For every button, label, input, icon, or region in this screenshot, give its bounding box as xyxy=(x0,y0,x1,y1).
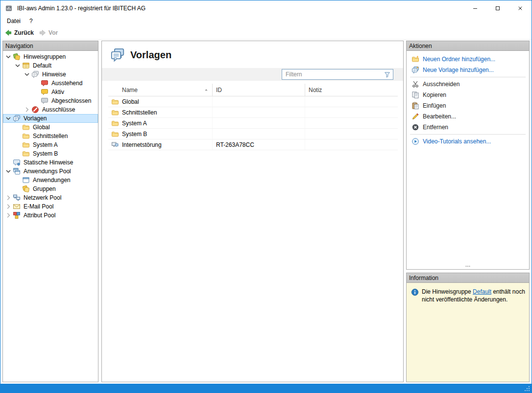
video-icon xyxy=(411,138,419,145)
app-icon xyxy=(5,4,13,12)
chevron-down-icon[interactable] xyxy=(14,62,22,69)
cell-notiz xyxy=(305,139,398,150)
tree-item-hinweise[interactable]: Hinweise xyxy=(3,70,98,79)
tree-item-ausstehend[interactable]: Ausstehend xyxy=(3,79,98,88)
default-group-link[interactable]: Default xyxy=(473,288,491,295)
row-name-label: Schnittstellen xyxy=(122,109,157,116)
back-button[interactable]: Zurück xyxy=(3,28,37,38)
tree-item-label: Abgeschlossen xyxy=(50,97,93,104)
tree-item-anwendungen[interactable]: Anwendungen xyxy=(3,176,98,185)
information-text: Die Hinweisgruppe Default enthält noch n… xyxy=(422,288,525,303)
forward-button[interactable]: Vor xyxy=(37,28,61,38)
menu-datei[interactable]: Datei xyxy=(2,16,25,26)
tree-item-netzwerk-pool[interactable]: Netzwerk Pool xyxy=(3,193,98,202)
paste-icon xyxy=(411,102,419,110)
row-name-label: Internetstörung xyxy=(122,141,162,148)
column-header-notiz[interactable]: Notiz xyxy=(305,84,398,96)
action-label: Einfügen xyxy=(423,102,446,109)
action-label: Kopieren xyxy=(423,92,446,98)
info-icon xyxy=(411,288,419,296)
tree-item-label: Anwendungs Pool xyxy=(22,168,73,175)
action-label: Neue Vorlage hinzufügen... xyxy=(423,67,494,73)
tree-item-statische-hinweise[interactable]: Statische Hinweise xyxy=(3,158,98,167)
panel-splitter[interactable] xyxy=(407,263,529,269)
cut-icon xyxy=(411,80,419,88)
cell-name: System B xyxy=(108,129,213,139)
tree-item-label: Aktiv xyxy=(50,89,66,95)
tree-item-system-b[interactable]: System B xyxy=(3,149,98,158)
window-title: IBI-aws Admin 1.23.0 - registriert für I… xyxy=(17,5,145,12)
tree-item-label: Default xyxy=(31,62,53,69)
page-title: Vorlagen xyxy=(130,49,171,61)
tree-item-aktiv[interactable]: Aktiv xyxy=(3,88,98,96)
chevron-spacer xyxy=(14,185,22,193)
chevron-down-icon[interactable] xyxy=(4,115,12,122)
close-button[interactable] xyxy=(509,0,532,16)
tree-item-system-a[interactable]: System A xyxy=(3,140,98,149)
information-content: Die Hinweisgruppe Default enthält noch n… xyxy=(407,283,529,382)
tree-item-default[interactable]: Default xyxy=(3,61,98,70)
cell-notiz xyxy=(305,129,398,139)
action-bearbeiten[interactable]: Bearbeiten... xyxy=(407,111,529,122)
maximize-button[interactable] xyxy=(486,0,509,16)
main-panel: Vorlagen Name ID Notiz GlobalSchnittstel… xyxy=(101,41,404,382)
chevron-down-icon[interactable] xyxy=(23,70,31,78)
column-header-id[interactable]: ID xyxy=(213,84,305,96)
row-name-label: Global xyxy=(122,98,139,105)
tree-item-gruppen[interactable]: Gruppen xyxy=(3,185,98,193)
tree-item-schnittstellen[interactable]: Schnittstellen xyxy=(3,132,98,140)
chevron-right-icon[interactable] xyxy=(4,203,12,210)
resize-grip[interactable] xyxy=(524,385,531,392)
row-name-label: System B xyxy=(122,131,147,138)
folder-icon xyxy=(111,109,119,116)
main-header: Vorlagen xyxy=(102,41,403,67)
tree-item-attribut-pool[interactable]: Attribut Pool xyxy=(3,211,98,220)
tree-item-abgeschlossen[interactable]: Abgeschlossen xyxy=(3,96,98,105)
column-header-name[interactable]: Name xyxy=(108,84,213,96)
action-ausschneiden[interactable]: Ausschneiden xyxy=(407,79,529,90)
tree-item-vorlagen[interactable]: Vorlagen xyxy=(3,114,98,123)
filter-icon[interactable] xyxy=(384,71,391,78)
netzwerk-pool-icon xyxy=(13,194,21,202)
table-row-system-b[interactable]: System B xyxy=(108,129,398,139)
filter-input[interactable] xyxy=(286,71,382,78)
minimize-button[interactable] xyxy=(464,0,486,16)
action-label: Ausschneiden xyxy=(423,81,459,88)
abgeschlossen-icon xyxy=(41,97,48,105)
action-kopieren[interactable]: Kopieren xyxy=(407,90,529,100)
action-video-tutorials-ansehen[interactable]: Video-Tutorials ansehen... xyxy=(407,136,529,147)
tree-item-anwendungs-pool[interactable]: Anwendungs Pool xyxy=(3,167,98,176)
table-row-schnittstellen[interactable]: Schnittstellen xyxy=(108,107,398,118)
chevron-spacer xyxy=(4,159,12,166)
cell-name: Internetstörung xyxy=(108,139,213,150)
tree-item-e-mail-pool[interactable]: E-Mail Pool xyxy=(3,202,98,211)
table-row-global[interactable]: Global xyxy=(108,96,398,107)
back-arrow-icon xyxy=(4,29,12,37)
actions-panel: Aktionen Neuen Ordner hinzufügen...Neue … xyxy=(406,41,530,270)
chevron-right-icon[interactable] xyxy=(4,211,12,219)
chevron-down-icon[interactable] xyxy=(4,167,12,175)
anwendungen-icon xyxy=(22,176,30,184)
folder-icon xyxy=(111,119,119,127)
cell-id xyxy=(213,129,305,139)
chevron-down-icon[interactable] xyxy=(4,53,12,61)
folder-icon xyxy=(22,123,30,131)
tree-item-hinweisgruppen[interactable]: Hinweisgruppen xyxy=(3,52,98,61)
action-entfernen[interactable]: Entfernen xyxy=(407,122,529,133)
column-id-label: ID xyxy=(216,87,222,93)
tree-item-global[interactable]: Global xyxy=(3,123,98,132)
table-row-system-a[interactable]: System A xyxy=(108,118,398,129)
chevron-right-icon[interactable] xyxy=(4,194,12,202)
ausstehend-icon xyxy=(41,79,48,87)
template-icon xyxy=(111,141,119,149)
close-icon xyxy=(517,5,524,12)
table-row-internetstorung[interactable]: InternetstörungRT-263A78CC xyxy=(108,139,398,150)
chevron-right-icon[interactable] xyxy=(23,106,31,114)
menu-help[interactable]: ? xyxy=(25,16,37,26)
action-neuen-ordner-hinzufugen[interactable]: Neuen Ordner hinzufügen... xyxy=(407,54,529,65)
action-neue-vorlage-hinzufugen[interactable]: Neue Vorlage hinzufügen... xyxy=(407,65,529,75)
action-einfugen[interactable]: Einfügen xyxy=(407,100,529,111)
tree-item-ausschlusse[interactable]: Ausschlüsse xyxy=(3,105,98,114)
column-notiz-label: Notiz xyxy=(309,87,322,93)
navigation-tree: HinweisgruppenDefaultHinweiseAusstehendA… xyxy=(3,51,98,382)
